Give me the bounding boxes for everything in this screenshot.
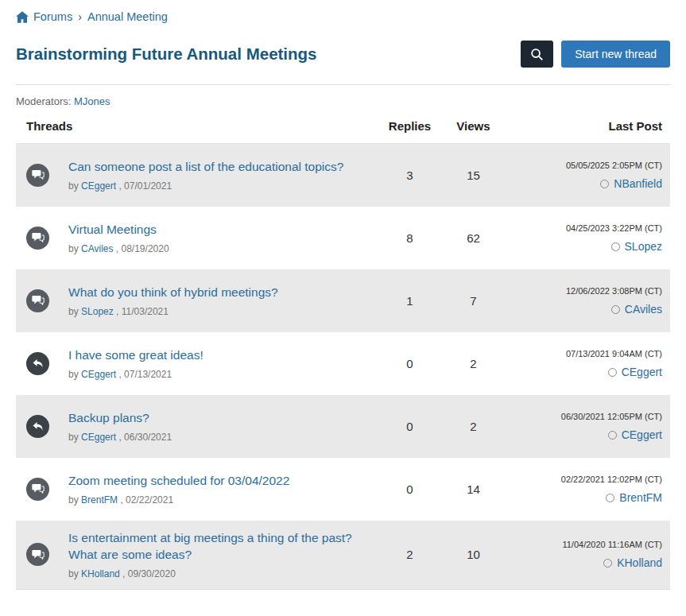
post-date: , 02/22/2021 <box>120 494 173 506</box>
last-post-user: NBanfield <box>503 177 662 190</box>
replies-count: 8 <box>376 231 444 245</box>
last-post-cell: 02/22/2021 12:02PM (CT) BrentFM <box>503 475 662 504</box>
last-post-user-link[interactable]: NBanfield <box>614 177 662 190</box>
views-count: 15 <box>444 169 503 182</box>
search-icon <box>530 48 544 61</box>
last-post-date: 12/06/2022 3:08PM (CT) <box>503 286 662 296</box>
thread-info: Zoom meeting scheduled for 03/04/2022 by… <box>68 473 289 506</box>
thread-byline: by CEggert , 06/30/2021 <box>68 432 172 443</box>
views-count: 2 <box>444 420 503 433</box>
col-header-last-post: Last Post <box>503 119 662 133</box>
moderators-line: Moderators: MJones <box>16 95 670 107</box>
views-count: 7 <box>444 294 503 308</box>
breadcrumb-separator: › <box>78 10 82 23</box>
last-post-date: 06/30/2021 12:05PM (CT) <box>503 412 662 421</box>
last-post-user: CEggert <box>503 428 662 441</box>
last-post-date: 04/25/2023 3:22PM (CT) <box>503 223 662 233</box>
author-link[interactable]: CAviles <box>81 243 113 254</box>
thread-row: Backup plans? by CEggert , 06/30/2021 0 … <box>16 395 670 458</box>
thread-row: Can someone post a list of the education… <box>16 144 670 207</box>
views-count: 10 <box>444 548 503 561</box>
thread-title-link[interactable]: What do you think of hybrid meetings? <box>68 285 278 301</box>
home-icon <box>16 11 29 23</box>
views-count: 2 <box>444 357 503 370</box>
views-count: 62 <box>444 231 503 245</box>
last-post-user: BrentFM <box>503 491 662 504</box>
last-post-user-link[interactable]: SLopez <box>625 240 662 253</box>
thread-title-link[interactable]: Zoom meeting scheduled for 03/04/2022 <box>68 473 289 490</box>
thread-byline: by CEggert , 07/13/2021 <box>68 369 203 380</box>
thread-info: Backup plans? by CEggert , 06/30/2021 <box>68 410 172 443</box>
user-circle-icon <box>603 559 612 568</box>
breadcrumb-link-annual-meeting[interactable]: Annual Meeting <box>87 10 168 23</box>
last-post-user-link[interactable]: CEggert <box>622 428 662 441</box>
user-circle-icon <box>606 494 614 502</box>
moderator-link[interactable]: MJones <box>74 95 110 107</box>
avatar <box>26 289 49 312</box>
user-circle-icon <box>600 180 609 188</box>
thread-cell: Backup plans? by CEggert , 06/30/2021 <box>26 410 376 443</box>
thread-title-link[interactable]: Virtual Meetings <box>68 222 169 238</box>
thread-cell: Virtual Meetings by CAviles , 08/19/2020 <box>26 222 376 254</box>
author-link[interactable]: CEggert <box>81 369 116 380</box>
author-link[interactable]: KHolland <box>81 568 120 579</box>
replies-count: 3 <box>376 169 444 182</box>
start-new-thread-button[interactable]: Start new thread <box>561 41 670 68</box>
by-label: by <box>68 306 79 317</box>
author-link[interactable]: BrentFM <box>81 494 118 506</box>
last-post-date: 11/04/2020 11:16AM (CT) <box>503 540 662 549</box>
last-post-cell: 07/13/2021 9:04AM (CT) CEggert <box>503 349 662 378</box>
thread-cell: What do you think of hybrid meetings? by… <box>26 285 376 317</box>
avatar <box>26 164 49 187</box>
thread-title-link[interactable]: I have some great ideas! <box>68 347 203 364</box>
avatar <box>26 478 49 501</box>
thread-byline: by CAviles , 08/19/2020 <box>68 243 169 254</box>
user-circle-icon <box>608 431 617 440</box>
thread-row: What do you think of hybrid meetings? by… <box>16 269 670 332</box>
last-post-cell: 05/05/2025 2:05PM (CT) NBanfield <box>503 161 662 190</box>
last-post-date: 05/05/2025 2:05PM (CT) <box>503 161 662 170</box>
last-post-user-link[interactable]: CAviles <box>625 303 662 316</box>
post-date: , 11/03/2021 <box>116 306 169 317</box>
thread-byline: by SLopez , 11/03/2021 <box>68 306 278 317</box>
by-label: by <box>68 432 79 443</box>
last-post-user-link[interactable]: CEggert <box>622 366 662 378</box>
last-post-date: 02/22/2021 12:02PM (CT) <box>503 475 662 484</box>
by-label: by <box>68 180 79 192</box>
reply-icon <box>32 421 44 432</box>
user-circle-icon <box>611 242 620 251</box>
page-header: Brainstorming Future Annual Meetings Sta… <box>16 41 670 68</box>
last-post-cell: 04/25/2023 3:22PM (CT) SLopez <box>503 223 662 253</box>
thread-cell: Is entertainment at big meetings a thing… <box>26 530 376 579</box>
thread-cell: Zoom meeting scheduled for 03/04/2022 by… <box>26 473 376 506</box>
thread-title-link[interactable]: Is entertainment at big meetings a thing… <box>68 530 366 564</box>
post-date: , 06/30/2021 <box>118 432 172 443</box>
author-link[interactable]: CEggert <box>81 180 116 192</box>
thread-title-link[interactable]: Backup plans? <box>68 410 172 427</box>
last-post-user-link[interactable]: BrentFM <box>619 491 662 504</box>
by-label: by <box>68 568 79 579</box>
thread-title-link[interactable]: Can someone post a list of the education… <box>68 159 343 176</box>
author-link[interactable]: CEggert <box>81 432 116 443</box>
post-date: , 09/30/2020 <box>122 568 176 579</box>
user-circle-icon <box>608 368 617 377</box>
thread-cell: I have some great ideas! by CEggert , 07… <box>26 347 376 380</box>
breadcrumb-forums-label: Forums <box>33 10 72 23</box>
user-circle-icon <box>611 305 620 314</box>
last-post-cell: 12/06/2022 3:08PM (CT) CAviles <box>503 286 662 316</box>
post-date: , 07/01/2021 <box>118 180 172 192</box>
comment-icon <box>32 483 45 494</box>
author-link[interactable]: SLopez <box>81 306 114 317</box>
post-date: , 08/19/2020 <box>116 243 169 254</box>
avatar <box>26 415 49 438</box>
replies-count: 0 <box>376 482 444 496</box>
comment-icon <box>32 169 45 180</box>
search-button[interactable] <box>521 41 553 68</box>
last-post-user-link[interactable]: KHolland <box>617 556 662 569</box>
avatar <box>26 352 49 375</box>
replies-count: 0 <box>376 357 444 370</box>
thread-row: Zoom meeting scheduled for 03/04/2022 by… <box>16 458 670 521</box>
header-actions: Start new thread <box>521 41 670 68</box>
breadcrumb-link-forums[interactable]: Forums <box>16 10 72 23</box>
thread-info: Can someone post a list of the education… <box>68 159 343 192</box>
